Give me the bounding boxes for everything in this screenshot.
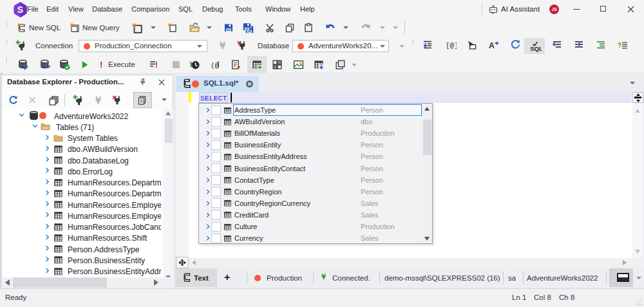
svg-text:A: A — [489, 41, 495, 50]
svg-text:!: ! — [155, 60, 158, 70]
svg-text:?: ? — [618, 42, 621, 49]
svg-text:S: S — [17, 5, 23, 15]
svg-text:[@]: [@] — [446, 42, 457, 50]
svg-text:SQL: SQL — [530, 45, 542, 52]
